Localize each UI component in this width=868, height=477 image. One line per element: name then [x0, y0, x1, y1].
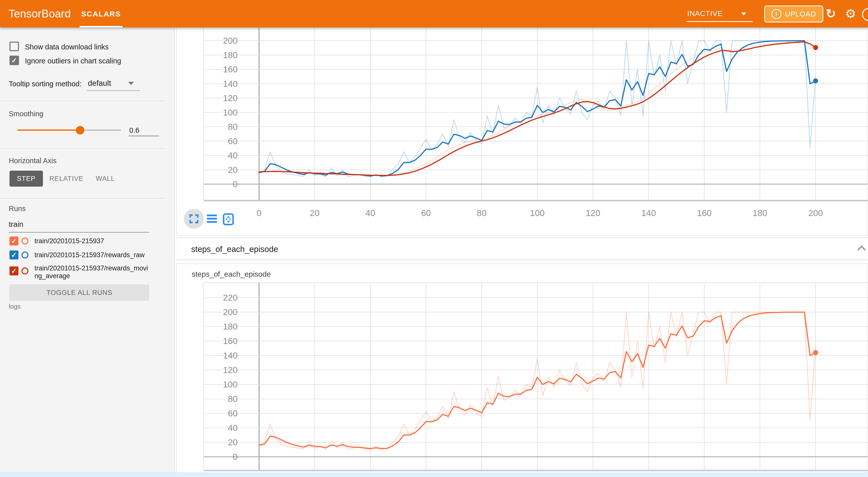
run-checkbox[interactable]: ✓: [9, 236, 19, 246]
toggle-y-axis-icon[interactable]: [206, 213, 218, 224]
upload-button-label: UPLOAD: [785, 10, 816, 18]
svg-text:80: 80: [477, 208, 487, 218]
axis-step-button[interactable]: STEP: [9, 171, 43, 187]
svg-text:120: 120: [586, 208, 600, 218]
run-color-ring-icon[interactable]: [22, 267, 28, 275]
svg-text:120: 120: [223, 93, 238, 103]
logdir-label: logs: [9, 303, 21, 310]
tab-active-underline: [80, 26, 123, 27]
runs-filter-underline: [9, 232, 149, 232]
smoothing-label: Smoothing: [9, 110, 43, 118]
settings-sidebar: Show data download links ✓ Ignore outlie…: [0, 27, 175, 477]
info-icon: i: [771, 9, 781, 19]
settings-gear-icon[interactable]: ⚙: [845, 0, 856, 27]
horizontal-scrollbar[interactable]: [0, 473, 868, 477]
svg-text:20: 20: [228, 437, 238, 447]
run-checkbox[interactable]: ✓: [9, 251, 19, 259]
check-icon: ✓: [11, 267, 17, 275]
show-download-links-label: Show data download links: [25, 43, 108, 51]
svg-text:40: 40: [366, 208, 375, 218]
tooltip-sorting-select[interactable]: default: [88, 79, 111, 88]
chart-toolbar: [177, 209, 242, 231]
divider: [0, 101, 165, 101]
chevron-up-icon[interactable]: [857, 245, 866, 252]
svg-text:140: 140: [641, 208, 656, 218]
smoothing-slider-thumb[interactable]: [76, 126, 84, 134]
svg-text:220: 220: [223, 293, 238, 303]
check-icon: ✓: [11, 251, 17, 259]
run-label: train/20201015-215937/rewards_raw: [34, 251, 152, 259]
run-label: train/20201015-215937/rewards_moving_ave…: [34, 264, 149, 280]
chevron-down-icon: [128, 82, 134, 85]
ignore-outliers-checkbox[interactable]: ✓: [9, 56, 19, 65]
svg-text:80: 80: [228, 122, 238, 131]
runs-filter-input[interactable]: train: [9, 220, 23, 228]
refresh-icon[interactable]: ↻: [826, 0, 836, 27]
svg-text:180: 180: [223, 322, 238, 331]
run-color-ring-icon[interactable]: [22, 237, 28, 245]
svg-text:100: 100: [223, 107, 238, 117]
divider: [0, 148, 165, 149]
app-title: TensorBoard: [8, 0, 71, 27]
status-dropdown[interactable]: INACTIVE: [686, 6, 753, 22]
svg-text:0: 0: [233, 452, 238, 462]
tooltip-sorting-label: Tooltip sorting method:: [9, 80, 82, 88]
axis-wall-button[interactable]: WALL: [93, 171, 118, 187]
svg-text:140: 140: [223, 351, 238, 360]
svg-text:160: 160: [223, 64, 238, 74]
divider: [0, 198, 165, 199]
tensorboard-app: TensorBoard SCALARS INACTIVE i UPLOAD ↻ …: [0, 0, 868, 477]
svg-text:80: 80: [228, 394, 238, 404]
ignore-outliers-label: Ignore outliers in chart scaling: [25, 57, 121, 65]
section-title: steps_of_each_episode: [191, 238, 278, 260]
smoothing-input-underline: [128, 136, 159, 136]
svg-text:160: 160: [223, 336, 238, 346]
upload-button[interactable]: i UPLOAD: [764, 5, 823, 23]
run-label: train/20201015-215937: [34, 237, 152, 245]
steps-chart-plot[interactable]: 020406080100120140160180200220: [177, 264, 868, 477]
run-checkbox[interactable]: ✓: [9, 266, 19, 276]
status-dropdown-value: INACTIVE: [687, 9, 723, 18]
fit-domain-icon[interactable]: [223, 213, 234, 225]
run-color-ring-icon[interactable]: [22, 252, 28, 258]
tab-scalars[interactable]: SCALARS: [80, 0, 123, 27]
smoothing-slider-track[interactable]: [80, 129, 121, 131]
svg-text:200: 200: [808, 208, 823, 218]
svg-text:200: 200: [223, 36, 238, 45]
svg-text:180: 180: [223, 50, 238, 60]
svg-text:40: 40: [228, 423, 238, 433]
chevron-down-icon: [741, 12, 746, 15]
runs-heading: Runs: [9, 204, 26, 213]
fullscreen-icon[interactable]: [188, 213, 199, 224]
svg-text:100: 100: [223, 379, 238, 389]
svg-text:20: 20: [228, 165, 238, 174]
toggle-all-runs-button[interactable]: TOGGLE ALL RUNS: [9, 284, 149, 301]
help-icon[interactable]: [862, 8, 868, 21]
rewards-chart-plot[interactable]: 0204060801001201401601802000204060801001…: [177, 27, 868, 234]
svg-text:0: 0: [256, 208, 261, 218]
svg-text:60: 60: [228, 408, 238, 418]
tab-scalars-label: SCALARS: [80, 0, 123, 27]
svg-text:140: 140: [223, 79, 238, 89]
section-header-steps-of-each-episode[interactable]: steps_of_each_episode: [176, 237, 868, 260]
svg-text:20: 20: [310, 208, 320, 218]
svg-text:120: 120: [223, 365, 238, 375]
svg-text:40: 40: [228, 151, 238, 160]
axis-relative-button[interactable]: RELATIVE: [49, 171, 84, 187]
tooltip-select-underline: [87, 90, 140, 91]
svg-text:0: 0: [233, 179, 238, 189]
smoothing-value-input[interactable]: 0.6: [129, 126, 139, 134]
svg-text:100: 100: [530, 208, 545, 218]
svg-text:180: 180: [753, 208, 767, 218]
chart-card-steps: steps_of_each_episode 020406080100120140…: [176, 263, 868, 477]
check-icon: ✓: [11, 237, 17, 245]
svg-text:200: 200: [223, 307, 238, 317]
svg-text:160: 160: [697, 208, 712, 218]
app-header: TensorBoard SCALARS INACTIVE i UPLOAD ↻ …: [0, 0, 868, 27]
show-download-links-checkbox[interactable]: [9, 42, 19, 51]
horizontal-axis-label: Horizontal Axis: [9, 157, 57, 165]
svg-text:60: 60: [228, 136, 238, 146]
check-icon: ✓: [11, 56, 17, 65]
smoothing-slider-filled[interactable]: [18, 129, 80, 131]
status-dropdown-underline: [686, 21, 753, 22]
